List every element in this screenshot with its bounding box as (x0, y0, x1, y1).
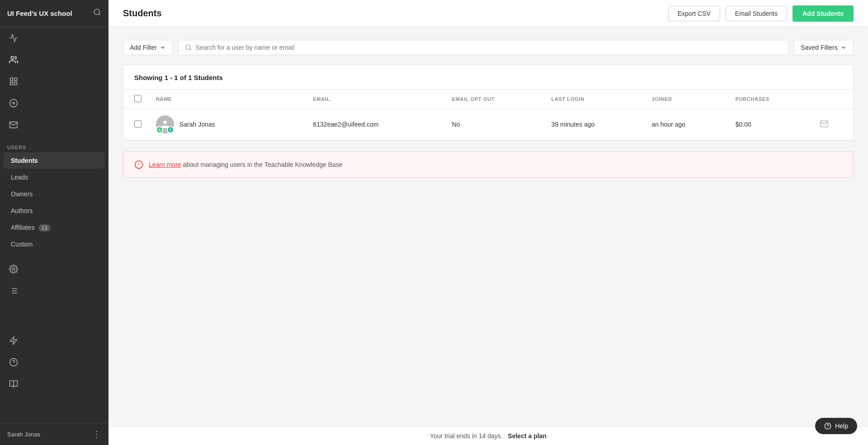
sidebar-item-affiliates[interactable]: Affiliates 13 (4, 219, 105, 236)
trial-label: Your trial ends in 14 days. (430, 432, 503, 440)
row-last-login-cell: 39 minutes ago (544, 109, 645, 140)
col-last-login: LAST LOGIN (544, 90, 645, 109)
chevron-down-icon (160, 44, 166, 51)
nav-revenue[interactable] (0, 92, 108, 114)
svg-rect-5 (10, 82, 13, 85)
svg-line-1 (99, 14, 100, 15)
svg-point-0 (94, 9, 99, 14)
row-email-cell: 6132eae2@uifeed.com (306, 109, 444, 140)
more-options-button[interactable]: ⋮ (92, 429, 101, 440)
search-icon (185, 44, 192, 51)
col-joined: JOINED (644, 90, 728, 109)
badge-s: s (156, 126, 163, 133)
school-name: UI Feed's UX school (7, 9, 72, 17)
search-input[interactable] (196, 44, 782, 51)
nav-lightning[interactable] (0, 330, 108, 351)
col-actions (812, 90, 853, 109)
col-purchases: PURCHASES (728, 90, 812, 109)
row-opt-out-cell: No (445, 109, 544, 140)
help-label: Help (835, 422, 848, 430)
users-section-label: USERS (0, 139, 108, 152)
info-rest: about managing users in the Teachable Kn… (181, 161, 343, 168)
trial-bar: Your trial ends in 14 days. Select a pla… (108, 426, 868, 445)
nav-email[interactable] (0, 114, 108, 136)
row-checkbox[interactable] (134, 120, 142, 128)
search-box (178, 40, 788, 55)
info-banner: Learn more about managing users in the T… (123, 151, 854, 178)
info-text: Learn more about managing users in the T… (149, 161, 343, 168)
sidebar-item-students[interactable]: Students (4, 152, 105, 169)
table-column-headers: NAME EMAIL EMAIL OPT OUT LAST LOGIN JOIN… (123, 90, 853, 109)
showing-label: Showing 1 - 1 of 1 Students (134, 74, 223, 81)
students-table: NAME EMAIL EMAIL OPT OUT LAST LOGIN JOIN… (123, 90, 853, 140)
nav-settings[interactable] (0, 258, 108, 280)
row-action-cell (812, 109, 853, 140)
col-name: NAME (149, 90, 306, 109)
sidebar-item-authors[interactable]: Authors (4, 203, 105, 219)
svg-line-21 (190, 49, 191, 50)
col-email: EMAIL (306, 90, 444, 109)
select-all-header (123, 90, 149, 109)
chevron-down-icon-filters (840, 44, 847, 51)
svg-rect-6 (14, 82, 17, 85)
info-icon (134, 160, 143, 169)
svg-point-10 (13, 268, 15, 270)
svg-marker-17 (10, 337, 17, 345)
svg-rect-3 (10, 78, 13, 81)
avatar: s t (156, 115, 174, 133)
saved-filters-button[interactable]: Saved Filters (794, 40, 854, 55)
help-button[interactable]: Help (815, 418, 857, 434)
add-filter-button[interactable]: Add Filter (123, 40, 173, 55)
sidebar-item-custom[interactable]: Custom (4, 236, 105, 252)
table-row: s t Sarah Jonas 6132eae2@uifeed.com No 3… (123, 109, 853, 140)
topbar: Students Export CSV Email Students Add S… (108, 0, 868, 27)
email-students-button[interactable]: Email Students (726, 6, 787, 21)
row-name-cell: s t Sarah Jonas (149, 109, 306, 140)
bottom-username: Sarah Jonas (7, 431, 40, 438)
svg-point-22 (163, 121, 166, 124)
page-title: Students (123, 8, 162, 19)
email-action-icon[interactable] (820, 119, 829, 128)
student-name[interactable]: Sarah Jonas (179, 121, 215, 128)
svg-rect-4 (14, 78, 17, 81)
table-header: Showing 1 - 1 of 1 Students (123, 65, 853, 90)
main-content: Students Export CSV Email Students Add S… (108, 0, 868, 445)
nav-reports[interactable] (0, 280, 108, 302)
svg-point-20 (186, 45, 190, 49)
nav-help[interactable] (0, 351, 108, 373)
sidebar-item-leads[interactable]: Leads (4, 169, 105, 185)
col-email-opt-out: EMAIL OPT OUT (445, 90, 544, 109)
sidebar-bottom: Sarah Jonas ⋮ (0, 423, 108, 445)
svg-point-2 (11, 57, 14, 60)
badge-t: t (167, 126, 174, 133)
search-button[interactable] (93, 8, 101, 19)
nav-dashboard[interactable] (0, 71, 108, 92)
nav-users[interactable] (0, 49, 108, 71)
students-table-card: Showing 1 - 1 of 1 Students NAME EMAIL E… (123, 64, 854, 141)
sidebar-header: UI Feed's UX school (0, 0, 108, 27)
export-csv-button[interactable]: Export CSV (668, 6, 720, 21)
help-circle-icon (824, 422, 831, 430)
select-plan-link[interactable]: Select a plan (508, 432, 547, 440)
filter-bar: Add Filter Saved Filters (123, 40, 854, 55)
add-students-button[interactable]: Add Students (793, 5, 854, 22)
row-purchases-cell: $0.00 (728, 109, 812, 140)
row-checkbox-cell (123, 109, 149, 140)
add-filter-label: Add Filter (130, 44, 157, 51)
row-joined-cell: an hour ago (644, 109, 728, 140)
learn-more-link[interactable]: Learn more (149, 161, 181, 168)
sidebar: UI Feed's UX school USERS Students Leads… (0, 0, 108, 445)
select-all-checkbox[interactable] (134, 95, 142, 102)
sidebar-item-owners[interactable]: Owners (4, 186, 105, 202)
nav-analytics[interactable] (0, 27, 108, 49)
topbar-actions: Export CSV Email Students Add Students (668, 5, 854, 22)
saved-filters-label: Saved Filters (801, 44, 838, 51)
content-area: Add Filter Saved Filters Showing 1 - 1 o… (108, 27, 868, 426)
nav-learn[interactable] (0, 373, 108, 395)
